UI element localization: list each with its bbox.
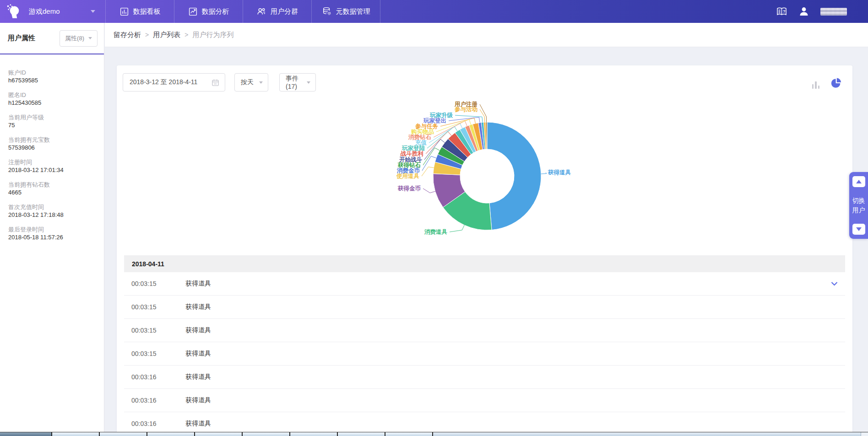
event-row[interactable]: 00:03:16 获得道具 xyxy=(124,389,845,412)
app-logo[interactable] xyxy=(0,0,26,23)
chevron-down-icon xyxy=(88,37,92,39)
nav-item-segments[interactable]: 用户分群 xyxy=(243,0,311,23)
event-row[interactable]: 00:03:16 获得道具 xyxy=(124,366,845,389)
pie-label-消费金币[interactable]: 消费金币 xyxy=(396,167,420,174)
event-name: 获得道具 xyxy=(185,280,211,288)
property-label: 账户ID xyxy=(8,69,96,76)
event-row[interactable]: 00:03:15 获得道具 xyxy=(124,296,845,319)
property-item: 最后登录时间 2018-05-18 11:57:26 xyxy=(8,226,96,241)
property-value: 2018-05-18 11:57:26 xyxy=(8,233,96,241)
date-range-value: 2018-3-12 至 2018-4-11 xyxy=(130,78,197,86)
event-time: 00:03:16 xyxy=(131,397,185,404)
pie-label-战斗胜利[interactable]: 战斗胜利 xyxy=(400,151,423,157)
pie-label-参与任务[interactable]: 参与任务 xyxy=(415,123,439,129)
property-label: 匿名ID xyxy=(8,91,96,99)
taskbar-edge xyxy=(0,432,868,436)
nav-item-dashboard[interactable]: 数据看板 xyxy=(106,0,174,23)
logo-head-icon xyxy=(5,3,22,20)
property-item: 当前用户等级 75 xyxy=(8,113,96,129)
pie-label-获得钻石[interactable]: 获得钻石 xyxy=(397,162,421,168)
property-item: 当前拥有钻石数 4665 xyxy=(8,181,96,196)
previous-user-button[interactable] xyxy=(852,176,865,187)
event-time: 00:03:15 xyxy=(131,350,185,357)
help-book-icon[interactable]: ? xyxy=(776,6,787,16)
event-time: 00:03:16 xyxy=(131,373,185,381)
nav-item-label: 数据分析 xyxy=(202,7,229,16)
behavior-pie-chart[interactable]: 获得道具消费道具获得金币使用道具消费金币获得钻石开始战斗战斗胜利玩家登陆充值消费… xyxy=(117,94,852,252)
breadcrumb-retention[interactable]: 留存分析 xyxy=(114,31,141,39)
property-value: 75 xyxy=(8,121,96,129)
sidebar-header: 用户属性 属性(8) xyxy=(0,23,104,54)
pie-label-玩家登出[interactable]: 玩家登出 xyxy=(423,118,446,124)
top-navbar: 游戏demo 数据看板 数据分析 用户分群 xyxy=(0,0,868,23)
triangle-down-icon xyxy=(856,227,862,231)
svg-text:30: 30 xyxy=(214,82,217,85)
property-label: 注册时间 xyxy=(8,158,96,166)
timeline-date-header: 2018-04-11 xyxy=(124,255,845,272)
pie-label-使用道具[interactable]: 使用道具 xyxy=(396,173,420,179)
dashboard-icon xyxy=(119,7,129,16)
username-masked[interactable] xyxy=(820,8,847,16)
main-area: 2018-3-12 至 2018-4-11 30 按天 事件(17) xyxy=(105,47,868,436)
pie-label-leader xyxy=(423,188,435,193)
event-row[interactable]: 00:03:15 获得道具 xyxy=(124,319,845,342)
properties-filter-button[interactable]: 属性(8) xyxy=(60,30,98,47)
event-name: 获得道具 xyxy=(185,303,211,311)
pie-label-leader xyxy=(450,225,464,232)
property-value: 2018-03-12 17:18:48 xyxy=(8,211,96,219)
granularity-value: 按天 xyxy=(241,78,254,86)
event-row[interactable]: 00:03:15 获得道具 xyxy=(124,342,845,366)
breadcrumb-user-list[interactable]: 用户列表 xyxy=(153,31,180,39)
nav-item-metadata[interactable]: 元数据管理 xyxy=(312,0,380,23)
event-name: 获得道具 xyxy=(185,420,211,428)
properties-filter-label: 属性(8) xyxy=(65,34,84,43)
switch-user-line1: 切换 xyxy=(852,197,865,205)
event-name: 获得道具 xyxy=(185,373,211,381)
granularity-select[interactable]: 按天 xyxy=(234,73,268,92)
pie-label-玩家升级[interactable]: 玩家升级 xyxy=(429,112,453,118)
property-item: 当前拥有元宝数 57539806 xyxy=(8,136,96,151)
nav-item-analysis[interactable]: 数据分析 xyxy=(174,0,243,23)
property-label: 首次充值时间 xyxy=(8,203,96,211)
event-name: 获得道具 xyxy=(185,396,211,404)
pie-label-消费钻石[interactable]: 消费钻石 xyxy=(408,134,432,140)
pie-label-获得金币[interactable]: 获得金币 xyxy=(397,185,421,192)
pie-slice-获得道具[interactable] xyxy=(487,122,541,230)
project-selector[interactable]: 游戏demo xyxy=(26,0,105,23)
pie-label-消费道具[interactable]: 消费道具 xyxy=(424,229,448,235)
date-range-picker[interactable]: 2018-3-12 至 2018-4-11 30 xyxy=(123,73,225,92)
nav-item-label: 元数据管理 xyxy=(336,7,370,16)
user-group-icon xyxy=(256,6,266,16)
next-user-button[interactable] xyxy=(852,224,865,235)
user-avatar-icon[interactable] xyxy=(798,6,809,17)
event-time: 00:03:15 xyxy=(131,303,185,311)
event-name: 获得道具 xyxy=(185,326,211,334)
event-row[interactable]: 00:03:15 获得道具 xyxy=(124,272,845,296)
nav-item-label: 数据看板 xyxy=(133,7,161,16)
pie-view-toggle-icon[interactable] xyxy=(830,78,841,89)
chevron-down-icon[interactable] xyxy=(831,282,838,286)
navbar-right: ? xyxy=(776,6,868,17)
breadcrumb-separator: > xyxy=(184,31,188,38)
pie-label-leader xyxy=(480,104,487,122)
property-value: 57539806 xyxy=(8,144,96,151)
bar-view-toggle-icon[interactable] xyxy=(812,81,820,89)
behavior-sequence-card: 2018-3-12 至 2018-4-11 30 按天 事件(17) xyxy=(117,65,852,436)
pie-label-购买物品[interactable]: 购买物品 xyxy=(411,129,434,135)
breadcrumb-current-page: 用户行为序列 xyxy=(192,31,233,39)
pie-label-开始战斗[interactable]: 开始战斗 xyxy=(399,156,423,163)
event-time: 00:03:15 xyxy=(131,280,185,287)
property-label: 当前拥有钻石数 xyxy=(8,181,96,188)
filter-bar: 2018-3-12 至 2018-4-11 30 按天 事件(17) xyxy=(123,73,316,92)
trend-chart-icon xyxy=(188,7,198,16)
database-gear-icon xyxy=(322,6,332,16)
property-label: 最后登录时间 xyxy=(8,226,96,233)
timeline-rows: 00:03:15 获得道具 00:03:15 获得道具 xyxy=(124,272,845,436)
chart-view-toggles xyxy=(812,78,842,89)
calendar-icon: 30 xyxy=(212,79,219,86)
pie-label-玩家登陆[interactable]: 玩家登陆 xyxy=(401,145,425,151)
event-timeline: 2018-04-11 00:03:15 获得道具 00:03:15 获得道具 xyxy=(124,255,845,436)
pie-label-获得道具[interactable]: 获得道具 xyxy=(548,169,571,176)
pie-label-用户注册[interactable]: 用户注册 xyxy=(454,101,478,108)
event-filter-select[interactable]: 事件(17) xyxy=(279,73,316,92)
